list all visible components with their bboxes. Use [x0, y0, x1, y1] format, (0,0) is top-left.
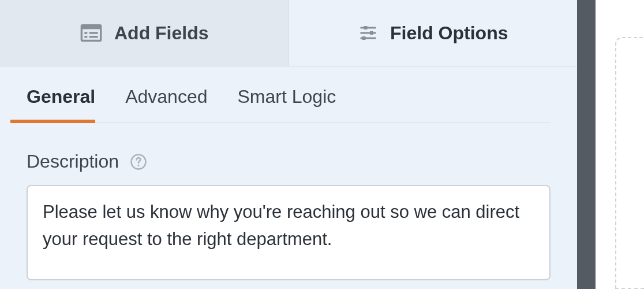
field-options-panel: Add Fields Field Options General Advance… [0, 0, 577, 289]
panel-gutter [577, 0, 596, 289]
description-section: Description [0, 123, 577, 283]
svg-point-13 [138, 164, 140, 166]
tab-add-fields[interactable]: Add Fields [0, 0, 289, 66]
description-help-button[interactable] [129, 153, 148, 171]
form-list-icon [80, 21, 103, 45]
sub-tabs: General Advanced Smart Logic [27, 66, 551, 123]
svg-rect-4 [84, 36, 87, 38]
svg-rect-7 [364, 26, 368, 29]
svg-rect-1 [81, 25, 100, 29]
svg-rect-9 [370, 31, 373, 35]
svg-rect-5 [89, 36, 98, 38]
sliders-icon [358, 23, 379, 43]
sub-tab-advanced[interactable]: Advanced [125, 87, 207, 123]
description-label: Description [27, 151, 119, 172]
description-textarea[interactable] [27, 185, 551, 280]
top-tabs: Add Fields Field Options [0, 0, 577, 66]
sub-tab-general[interactable]: General [10, 87, 95, 123]
svg-rect-2 [84, 32, 87, 34]
help-icon [130, 153, 147, 171]
sub-tab-smart-logic[interactable]: Smart Logic [238, 87, 336, 123]
tab-field-options[interactable]: Field Options [289, 0, 578, 66]
tab-add-fields-label: Add Fields [114, 23, 209, 44]
description-label-row: Description [27, 151, 551, 172]
tab-field-options-label: Field Options [390, 23, 508, 44]
svg-rect-3 [89, 32, 98, 34]
canvas-dropzone-edge [615, 37, 644, 289]
svg-rect-11 [362, 36, 366, 40]
